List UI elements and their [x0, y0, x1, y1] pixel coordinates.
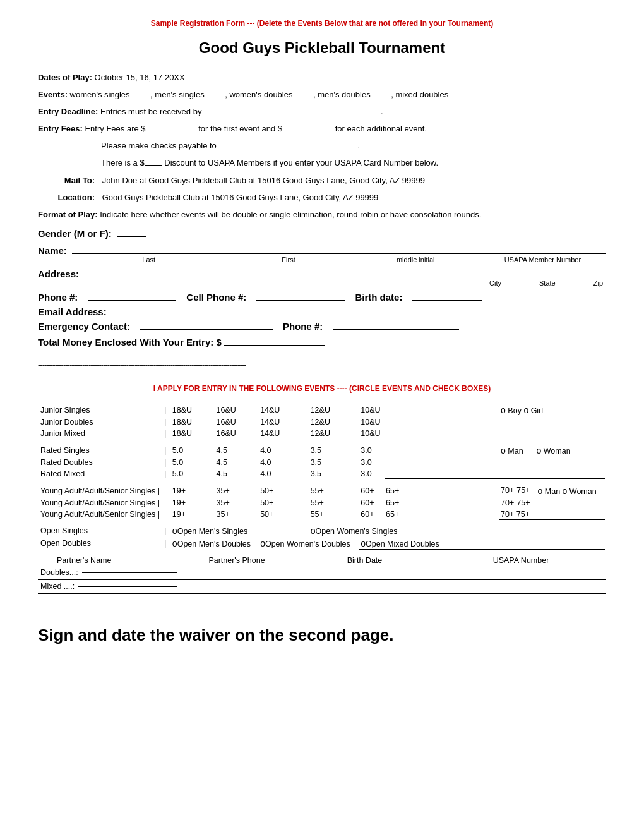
location-block: Location: Good Guys Pickleball Club at 1…	[38, 191, 606, 205]
junior-doubles-label: Junior Doubles	[39, 417, 162, 427]
open-doubles-label: Open Doubles	[39, 538, 162, 550]
junior-singles-label: Junior Singles	[39, 404, 162, 416]
fees-label: Entry Fees:	[38, 124, 83, 133]
format-block: Format of Play: Indicate here whether ev…	[38, 208, 606, 222]
open-singles-label: Open Singles	[39, 525, 162, 536]
rated-doubles-row: Rated Doubles | 5.0 4.5 4.0 3.5 3.0	[39, 457, 605, 468]
ya-row-2: Young Adult/Adult/Senior Singles | 19+ 3…	[39, 498, 605, 508]
name-sublabel-middle: middle initial	[352, 256, 479, 263]
address-label: Address:	[38, 269, 79, 279]
address-sublabel-state: State	[539, 279, 556, 287]
address-section: Address: City State Zip	[38, 269, 606, 287]
events-header: I APPLY FOR ENTRY IN THE FOLLOWING EVENT…	[38, 384, 606, 393]
fees-discount: There is a $ Discount to USAPA Members i…	[38, 156, 606, 170]
rated-doubles-label: Rated Doubles	[39, 457, 162, 468]
mail-block: Mail To: John Doe at Good Guys Picklebal…	[38, 174, 606, 188]
events-table: Junior Singles | 18&U 16&U 14&U 12&U 10&…	[38, 403, 606, 551]
birth-date-label: Birth date:	[355, 292, 402, 303]
location-label: Location:	[38, 191, 95, 205]
deadline-label: Entry Deadline:	[38, 107, 98, 116]
events-block: Events: women's singles ____, men's sing…	[38, 88, 606, 102]
birth-date-header: Birth Date	[294, 556, 436, 566]
mail-value: John Doe at Good Guys Pickleball Club at…	[102, 176, 425, 185]
phone-label: Phone #:	[38, 292, 78, 303]
name-sublabel-first: First	[225, 256, 352, 263]
mail-label: Mail To:	[38, 174, 95, 188]
open-singles-row: Open Singles | oOpen Men's Singles oOpen…	[39, 525, 605, 536]
fees-line1: Entry Fees are $ for the first event and…	[85, 124, 427, 133]
junior-singles-row: Junior Singles | 18&U 16&U 14&U 12&U 10&…	[39, 404, 605, 416]
emergency-phone-label: Phone #:	[283, 321, 323, 332]
junior-mixed-row: Junior Mixed | 18&U 16&U 14&U 12&U 10&U	[39, 428, 605, 438]
emergency-label: Emergency Contact:	[38, 321, 130, 332]
ya-row-1: Young Adult/Adult/Senior Singles | 19+ 3…	[39, 485, 605, 497]
events-value: women's singles ____, men's singles ____…	[70, 90, 467, 99]
cell-phone-label: Cell Phone #:	[186, 292, 246, 303]
name-label: Name:	[38, 245, 67, 256]
format-label: Format of Play:	[38, 210, 98, 219]
deadline-value: Entries must be received by .	[100, 107, 383, 116]
name-sublabel-usapa: USAPA Member Number	[479, 256, 606, 263]
doubles-label: Doubles...:	[40, 568, 78, 577]
usapa-number-header: USAPA Number	[436, 556, 606, 566]
address-sublabel-city: City	[489, 279, 501, 287]
email-label: Email Address:	[38, 306, 107, 317]
open-doubles-row: Open Doubles | oOpen Men's Doubles oOpen…	[39, 538, 605, 550]
total-label: Total Money Enclosed With Your Entry:	[38, 337, 213, 348]
dash-divider: ----------------------------------------…	[38, 360, 606, 370]
dates-value: October 15, 16, 17 20XX	[95, 73, 185, 82]
gender-block: Gender (M or F):	[38, 228, 606, 239]
partner-phone-header: Partner's Phone	[180, 556, 294, 566]
events-label: Events:	[38, 90, 68, 99]
mixed-row: Mixed ....:	[38, 580, 606, 594]
gender-label: Gender (M or F):	[38, 228, 112, 239]
phone-row: Phone #: Cell Phone #: Birth date:	[38, 292, 606, 303]
junior-mixed-label: Junior Mixed	[39, 428, 162, 438]
main-title: Good Guys Pickleball Tournament	[38, 39, 606, 57]
dates-block: Dates of Play: October 15, 16, 17 20XX	[38, 71, 606, 85]
format-value: Indicate here whether events will be dou…	[100, 210, 481, 219]
junior-doubles-row: Junior Doubles | 18&U 16&U 14&U 12&U 10&…	[39, 417, 605, 427]
name-section: Name: Last First middle initial USAPA Me…	[38, 245, 606, 263]
total-row: Total Money Enclosed With Your Entry: $	[38, 337, 606, 348]
location-value: Good Guys Pickleball Club at 15016 Good …	[102, 193, 379, 202]
top-notice: Sample Registration Form --- (Delete the…	[38, 19, 606, 28]
rated-mixed-label: Rated Mixed	[39, 469, 162, 479]
rated-mixed-row: Rated Mixed | 5.0 4.5 4.0 3.5 3.0	[39, 469, 605, 479]
fees-checks: Please make checks payable to .	[38, 139, 606, 153]
deadline-block: Entry Deadline: Entries must be received…	[38, 105, 606, 119]
ya-row-3: Young Adult/Adult/Senior Singles | 19+ 3…	[39, 509, 605, 520]
rated-singles-row: Rated Singles | 5.0 4.5 4.0 3.5 3.0 o Ma…	[39, 445, 605, 456]
name-sublabel-last: Last	[73, 256, 225, 263]
doubles-row: Doubles...:	[38, 566, 606, 580]
partner-name-header: Partner's Name	[38, 556, 180, 566]
emergency-row: Emergency Contact: Phone #:	[38, 321, 606, 332]
sign-date: Sign and date the waiver on the second p…	[38, 626, 606, 645]
partner-table: Partner's Name Partner's Phone Birth Dat…	[38, 556, 606, 595]
rated-singles-label: Rated Singles	[39, 445, 162, 456]
mixed-label: Mixed ....:	[40, 582, 75, 591]
dates-label: Dates of Play:	[38, 73, 92, 82]
fees-block: Entry Fees: Entry Fees are $ for the fir…	[38, 122, 606, 136]
address-sublabel-zip: Zip	[593, 279, 603, 287]
email-row: Email Address:	[38, 306, 606, 317]
